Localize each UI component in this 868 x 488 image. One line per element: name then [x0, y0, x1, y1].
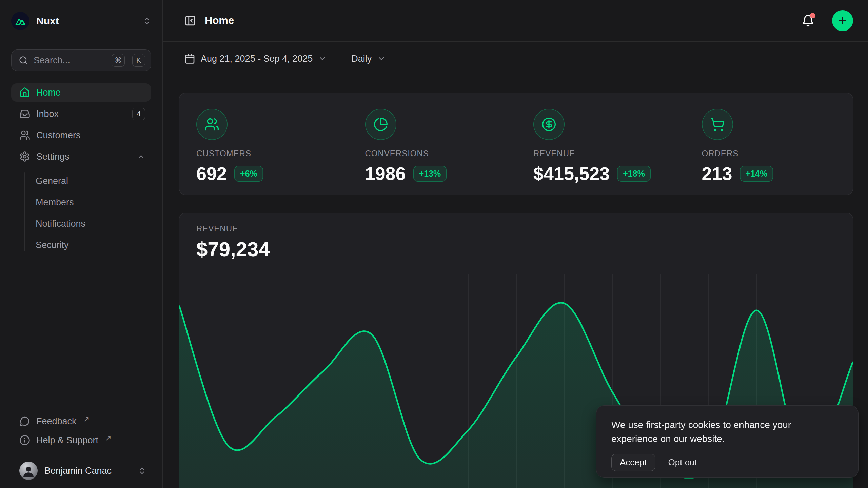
pie-chart-icon [365, 109, 396, 140]
page-title: Home [205, 15, 793, 27]
revenue-chart-value: $79,234 [196, 238, 270, 261]
chevron-up-icon [137, 152, 145, 161]
user-menu[interactable]: Benjamin Canac [11, 455, 151, 488]
search-input[interactable]: Search... ⌘ K [11, 49, 151, 71]
nuxt-logo-icon [11, 12, 29, 30]
sidebar-item-home[interactable]: Home [11, 83, 151, 102]
granularity-value: Daily [351, 54, 372, 64]
notifications-button[interactable] [802, 14, 814, 27]
users-icon [19, 130, 30, 141]
sidebar: Nuxt Search... ⌘ K Home Inbox 4 [0, 0, 163, 488]
search-placeholder: Search... [34, 55, 104, 66]
stat-label: CUSTOMERS [196, 149, 348, 158]
inbox-icon [19, 108, 30, 119]
stat-customers[interactable]: CUSTOMERS 692 +6% [179, 93, 348, 195]
revenue-chart-header: REVENUE $79,234 [196, 224, 270, 261]
kbd-meta: ⌘ [112, 54, 125, 67]
stat-value: 213 [702, 163, 732, 184]
stat-delta-badge: +18% [617, 166, 651, 182]
home-icon [19, 87, 30, 98]
filters-toolbar: Aug 21, 2025 - Sep 4, 2025 Daily [163, 42, 868, 76]
chevrons-up-down-icon [138, 466, 146, 475]
external-link-icon: ↗ [83, 415, 90, 424]
stat-label: CONVERSIONS [365, 149, 516, 158]
external-link-icon: ↗ [105, 434, 111, 443]
optout-cookies-button[interactable]: Opt out [668, 457, 697, 468]
sidebar-item-customers[interactable]: Customers [11, 126, 151, 144]
sidebar-item-label: Inbox [36, 109, 126, 119]
team-switcher[interactable]: Nuxt [11, 10, 151, 32]
chevron-down-icon [377, 54, 386, 63]
plus-icon [837, 15, 848, 26]
sidebar-item-label: Home [36, 87, 145, 98]
accept-cookies-button[interactable]: Accept [611, 454, 655, 471]
stat-conversions[interactable]: CONVERSIONS 1986 +13% [348, 93, 516, 195]
sidebar-spacer [11, 254, 151, 412]
stat-value: 1986 [365, 163, 406, 184]
stat-orders[interactable]: ORDERS 213 +14% [685, 93, 853, 195]
sidebar-item-security[interactable]: Security [11, 236, 151, 254]
granularity-select[interactable]: Daily [351, 54, 386, 64]
stat-delta-badge: +14% [740, 166, 773, 182]
message-circle-icon [19, 416, 30, 427]
circle-dollar-icon [533, 109, 565, 140]
stat-value: 692 [196, 163, 227, 184]
sidebar-item-inbox[interactable]: Inbox 4 [11, 105, 151, 123]
sidebar-collapse-icon[interactable] [184, 15, 196, 26]
sidebar-item-settings[interactable]: Settings [11, 147, 151, 166]
sidebar-item-label: Customers [36, 130, 145, 141]
sidebar-item-general[interactable]: General [11, 172, 151, 190]
kbd-k: K [132, 54, 145, 67]
stat-delta-badge: +6% [234, 166, 263, 182]
chevron-down-icon [318, 54, 327, 63]
stat-delta-badge: +13% [413, 166, 447, 182]
stat-label: ORDERS [702, 149, 853, 158]
stat-value: $415,523 [533, 163, 610, 184]
chevrons-up-down-icon [142, 17, 151, 25]
sidebar-nav: Home Inbox 4 Customers Settings Ge [11, 83, 151, 254]
users-icon [196, 109, 228, 140]
settings-subnav: General Members Notifications Security [11, 172, 151, 254]
date-range-value: Aug 21, 2025 - Sep 4, 2025 [201, 54, 313, 64]
search-icon [19, 56, 28, 65]
sidebar-item-members[interactable]: Members [11, 193, 151, 211]
sidebar-item-notifications[interactable]: Notifications [11, 215, 151, 233]
stats-row: CUSTOMERS 692 +6% CONVERSIONS 1986 +13% [179, 93, 853, 195]
stat-revenue[interactable]: REVENUE $415,523 +18% [516, 93, 685, 195]
cart-icon [702, 109, 733, 140]
add-button[interactable] [832, 10, 853, 31]
gear-icon [19, 151, 30, 162]
sidebar-item-feedback[interactable]: Feedback ↗ [11, 412, 151, 431]
stat-label: REVENUE [533, 149, 685, 158]
revenue-chart-label: REVENUE [196, 224, 270, 233]
notification-dot [810, 13, 815, 18]
sidebar-item-help-support[interactable]: Help & Support ↗ [11, 431, 151, 450]
cookie-message: We use first-party cookies to enhance yo… [611, 418, 825, 446]
avatar [19, 462, 38, 480]
calendar-icon [184, 53, 195, 64]
date-range-picker[interactable]: Aug 21, 2025 - Sep 4, 2025 [184, 53, 327, 64]
sidebar-item-label: Settings [36, 151, 131, 162]
feedback-label: Feedback [36, 416, 77, 427]
user-name: Benjamin Canac [44, 466, 131, 476]
info-icon [19, 435, 30, 446]
cookie-banner: We use first-party cookies to enhance yo… [596, 405, 859, 478]
team-name: Nuxt [36, 15, 136, 27]
help-support-label: Help & Support [36, 435, 98, 446]
inbox-count-badge: 4 [132, 108, 145, 120]
page-header: Home [163, 0, 868, 42]
